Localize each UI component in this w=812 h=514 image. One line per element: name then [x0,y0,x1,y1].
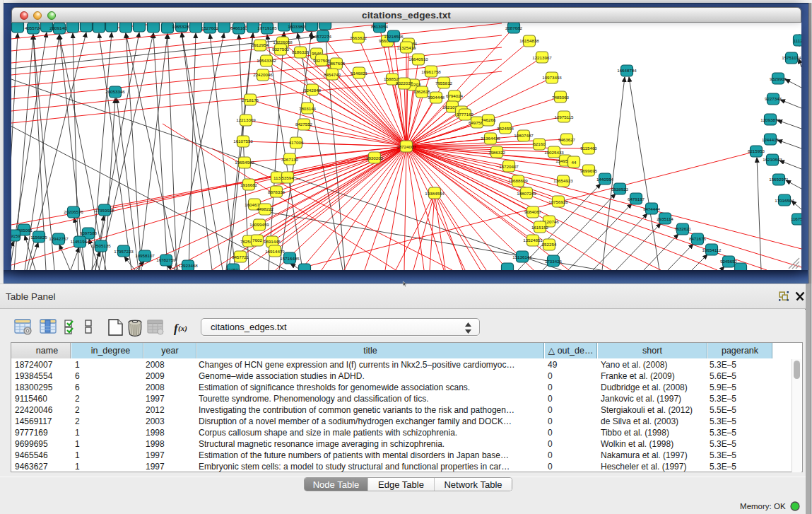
svg-text:8322037: 8322037 [396,81,413,86]
svg-text:7803144: 7803144 [299,106,317,111]
svg-text:12942757: 12942757 [49,236,69,241]
svg-text:16914479: 16914479 [265,249,285,254]
svg-text:11127: 11127 [794,38,801,43]
svg-text:62160: 62160 [533,141,546,146]
svg-text:10958107: 10958107 [135,253,155,258]
svg-text:53594: 53594 [281,175,294,180]
svg-text:2718176: 2718176 [242,98,259,103]
svg-text:924501: 924501 [226,267,241,270]
svg-text:252254: 252254 [542,242,557,247]
svg-text:6479197: 6479197 [628,197,645,201]
svg-text:9397588: 9397588 [80,230,98,235]
svg-text:9463627: 9463627 [558,137,576,142]
svg-text:1916682: 1916682 [240,182,258,187]
svg-text:11325419: 11325419 [396,45,416,50]
svg-text:8878334: 8878334 [268,189,286,194]
svg-text:16782759: 16782759 [156,257,176,262]
svg-text:15692971: 15692971 [769,177,789,182]
svg-text:1244415: 1244415 [762,137,779,142]
svg-text:9227343: 9227343 [765,96,782,101]
svg-text:9084067: 9084067 [524,209,542,214]
svg-text:16107553: 16107553 [233,139,253,144]
svg-text:5938923: 5938923 [611,187,629,192]
svg-text:16210643: 16210643 [763,157,782,162]
svg-text:12505135: 12505135 [91,243,111,248]
svg-text:16648784: 16648784 [617,68,637,73]
svg-text:2935114: 2935114 [657,216,673,221]
svg-text:4055724: 4055724 [25,25,42,30]
svg-text:7986322: 7986322 [488,150,506,155]
svg-text:6794024: 6794024 [446,93,464,98]
svg-text:9329906: 9329906 [770,76,787,81]
svg-text:17016504: 17016504 [775,198,794,203]
svg-text:19218506: 19218506 [384,34,404,39]
svg-text:9777169: 9777169 [457,112,474,117]
svg-text:17957223: 17957223 [114,249,134,254]
svg-text:9146821: 9146821 [351,71,368,76]
svg-text:9457721: 9457721 [232,255,249,259]
svg-text:8454749: 8454749 [324,72,341,77]
svg-text:1156829: 1156829 [30,235,47,240]
svg-text:10653287: 10653287 [172,24,192,29]
svg-text:9115460: 9115460 [580,146,597,151]
svg-text:1362615: 1362615 [413,89,431,94]
svg-text:10973493: 10973493 [542,75,562,80]
svg-text:1527602: 1527602 [201,25,219,30]
svg-text:9245652: 9245652 [720,259,738,264]
svg-text:1615152: 1615152 [531,225,549,230]
svg-text:19384554: 19384554 [425,191,445,196]
svg-text:2087682: 2087682 [505,25,523,30]
svg-text:15136141: 15136141 [512,255,532,259]
svg-text:7663822: 7663822 [350,35,367,40]
svg-text:11451944: 11451944 [70,239,90,244]
svg-text:13654923: 13654923 [553,178,573,183]
svg-text:12975115: 12975115 [554,115,574,119]
svg-text:113: 113 [273,175,281,180]
svg-text:7485063: 7485063 [552,95,570,100]
svg-text:1691445: 1691445 [264,239,281,244]
svg-text:7632621: 7632621 [674,226,692,231]
svg-text:12213369: 12213369 [236,117,256,122]
svg-text:2930203: 2930203 [366,156,384,160]
svg-text:12093872: 12093872 [760,117,780,122]
svg-text:7602: 7602 [252,238,262,243]
svg-text:10719185: 10719185 [257,25,277,30]
svg-text:10025433: 10025433 [544,150,564,155]
svg-text:20053346: 20053346 [105,89,125,94]
svg-text:22420046: 22420046 [253,72,273,77]
svg-text:3267130: 3267130 [281,157,299,162]
svg-text:18807249: 18807249 [517,191,536,196]
svg-text:9242848: 9242848 [304,88,322,93]
svg-text:1733426: 1733426 [545,259,563,264]
svg-text:4498222: 4498222 [257,206,274,211]
svg-text:10756928: 10756928 [548,199,568,204]
svg-text:14099459: 14099459 [249,222,269,227]
svg-text:16154838: 16154838 [519,38,539,43]
svg-text:116753: 116753 [791,216,801,221]
svg-text:12923468: 12923468 [178,263,198,268]
svg-text:7955812: 7955812 [435,81,453,86]
svg-text:10688609: 10688609 [508,178,528,183]
svg-text:15716485: 15716485 [280,256,300,261]
svg-text:417006: 417006 [289,140,304,145]
svg-text:2867608: 2867608 [328,61,346,66]
svg-text:39159: 39159 [11,233,20,238]
svg-text:8912954: 8912954 [252,42,269,47]
svg-text:8471676: 8471676 [689,236,707,241]
svg-text:16961758: 16961758 [421,69,441,74]
svg-text:8215953: 8215953 [748,148,765,153]
svg-text:9904448: 9904448 [428,95,445,100]
svg-text:21364436: 21364436 [481,136,500,141]
svg-text:10543342: 10543342 [257,58,276,63]
svg-text:44: 44 [572,160,577,165]
svg-text:9327503: 9327503 [272,47,290,52]
svg-text:13524851: 13524851 [523,238,543,243]
svg-text:12213967: 12213967 [532,55,552,60]
svg-text:746266: 746266 [481,117,496,122]
svg-text:3572274: 3572274 [314,34,332,39]
svg-text:8813054: 8813054 [371,24,389,29]
svg-text:8427552: 8427552 [295,122,313,127]
svg-text:16640910: 16640910 [408,57,428,62]
svg-text:9474444: 9474444 [643,206,661,211]
svg-text:3624554: 3624554 [497,126,514,131]
